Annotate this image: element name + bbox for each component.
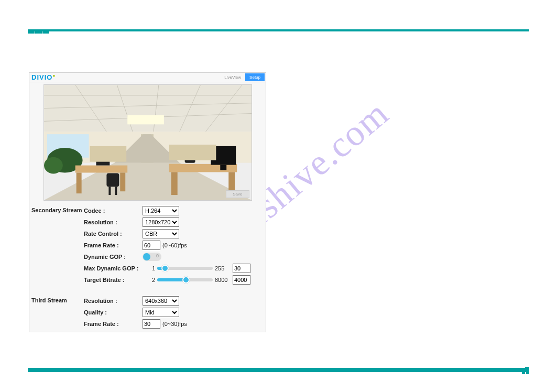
footer-decor xyxy=(521,367,529,374)
group-third: Third Stream xyxy=(31,295,84,303)
label-third-resolution: Resolution : xyxy=(84,298,143,304)
label-third-framerate: Frame Rate : xyxy=(84,321,143,327)
label-codec: Codec : xyxy=(84,208,143,214)
tabs: LiveView Setup xyxy=(220,73,265,81)
label-maxdyngop: Max Dynamic GOP : xyxy=(84,265,143,271)
maxdyngop-max: 255 xyxy=(215,265,231,271)
sec-resolution-select[interactable]: 1280x720 xyxy=(143,217,179,227)
app-window: DIVIO● LiveView Setup xyxy=(29,72,266,332)
svg-rect-20 xyxy=(120,172,125,191)
bitrate-min: 2 xyxy=(143,277,155,283)
label-ratecontrol: Rate Control : xyxy=(84,231,143,237)
save-button[interactable]: Save xyxy=(226,190,249,198)
group-secondary: Secondary Stream xyxy=(31,205,84,213)
sec-framerate-unit: (0~60)fps xyxy=(162,242,187,248)
label-bitrate: Target Bitrate : xyxy=(84,277,143,283)
bitrate-slider[interactable] xyxy=(157,278,213,281)
third-resolution-select[interactable]: 640x360 xyxy=(143,296,179,306)
svg-point-17 xyxy=(44,157,63,174)
settings-panel: Secondary Stream Codec : H.264 Resolutio… xyxy=(29,204,266,332)
svg-rect-9 xyxy=(127,115,164,124)
tab-liveview[interactable]: LiveView xyxy=(220,73,245,81)
app-header: DIVIO● LiveView Setup xyxy=(29,73,266,82)
footer-rule xyxy=(28,368,529,372)
svg-rect-29 xyxy=(220,165,226,170)
maxdyngop-min: 1 xyxy=(143,265,155,271)
label-dyngop: Dynamic GOP : xyxy=(84,254,143,260)
maxdyngop-slider[interactable] xyxy=(157,267,213,270)
third-framerate-unit: (0~30)fps xyxy=(162,321,187,327)
svg-rect-23 xyxy=(108,187,111,195)
svg-rect-32 xyxy=(169,145,216,160)
header-decor xyxy=(28,29,50,34)
third-framerate-input[interactable] xyxy=(143,319,160,329)
sec-framerate-input[interactable] xyxy=(143,241,160,250)
header-rule xyxy=(28,29,529,31)
svg-rect-24 xyxy=(115,187,117,195)
tab-setup[interactable]: Setup xyxy=(245,73,265,81)
svg-rect-19 xyxy=(76,172,81,193)
ratecontrol-select[interactable]: CBR xyxy=(143,229,179,238)
quality-select[interactable]: Mid xyxy=(143,308,179,317)
maxdyngop-input[interactable] xyxy=(233,264,250,273)
camera-preview: Save xyxy=(43,84,252,201)
svg-rect-22 xyxy=(106,173,119,187)
logo: DIVIO● xyxy=(31,73,56,81)
label-sec-resolution: Resolution : xyxy=(84,219,143,225)
label-sec-framerate: Frame Rate : xyxy=(84,242,143,248)
svg-rect-0 xyxy=(44,85,252,132)
svg-rect-18 xyxy=(75,166,127,173)
svg-rect-31 xyxy=(90,146,126,162)
svg-rect-26 xyxy=(171,172,177,195)
bitrate-input[interactable] xyxy=(233,275,250,285)
codec-select[interactable]: H.264 xyxy=(143,206,179,215)
svg-rect-25 xyxy=(169,164,236,172)
label-quality: Quality : xyxy=(84,309,143,315)
bitrate-max: 8000 xyxy=(215,277,231,283)
dyngop-toggle[interactable]: 0 xyxy=(143,253,161,261)
